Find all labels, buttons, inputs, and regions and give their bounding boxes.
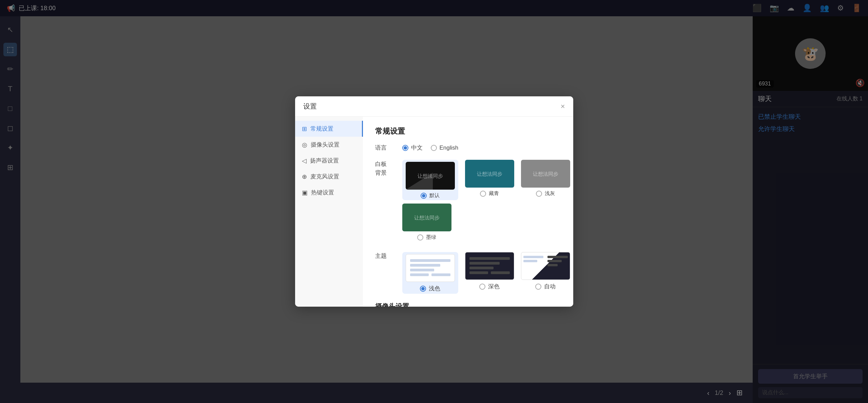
theme-option-auto[interactable]: 自动: [521, 252, 570, 294]
modal-body: ⊞ 常规设置 ◎ 摄像头设置 ◁ 扬声器设置 ⊕ 麦克风设置 ▣ 热键设置: [295, 117, 573, 307]
language-radio-group: 中文 English: [402, 144, 459, 152]
bg-radio-default: [421, 193, 427, 199]
bg-option-teal[interactable]: 让想法同步 藏青: [465, 160, 514, 200]
section-title: 常规设置: [375, 126, 561, 136]
bg-radio-teal: [480, 191, 486, 197]
sidebar-item-speaker[interactable]: ◁ 扬声器设置: [295, 153, 363, 169]
theme-radio-btn-dark: [479, 284, 485, 290]
bg-preview-green: 让想法同步: [402, 204, 451, 231]
sidebar-label-general: 常规设置: [310, 125, 333, 133]
bg-label-default: 默认: [421, 192, 440, 199]
theme-line-1: [410, 259, 450, 262]
bg-preview-teal: 让想法同步: [465, 160, 514, 188]
theme-radio-light: 浅色: [420, 285, 440, 292]
modal-header: 设置 ×: [295, 96, 573, 117]
bg-radio-lightgray: [536, 191, 542, 197]
language-en-radio[interactable]: [431, 145, 437, 151]
camera-section-title: 摄像头设置: [375, 302, 561, 307]
auto-line-1: [523, 256, 544, 258]
bg-label-teal: 藏青: [480, 190, 499, 197]
bg-radio-green: [417, 234, 423, 241]
whiteboard-bg-label: 白板 背景: [375, 160, 396, 177]
modal-overlay: 设置 × ⊞ 常规设置 ◎ 摄像头设置 ◁ 扬声器设置 ⊕: [0, 0, 868, 403]
theme-line-4a: [410, 273, 429, 276]
theme-options: 浅色: [402, 252, 570, 294]
bg-option-default[interactable]: 让想法同步 默认: [402, 160, 458, 200]
theme-option-dark[interactable]: 深色: [465, 252, 514, 294]
sidebar-label-camera: 摄像头设置: [311, 141, 340, 149]
bg-preview-lightgray: 让想法同步: [521, 160, 570, 188]
theme-radio-btn-auto: [535, 284, 541, 290]
theme-preview-dark: [465, 252, 514, 280]
microphone-icon: ⊕: [302, 173, 307, 180]
bg-label-green: 墨绿: [417, 234, 436, 241]
sidebar-item-general[interactable]: ⊞ 常规设置: [295, 121, 363, 137]
sidebar-item-camera[interactable]: ◎ 摄像头设置: [295, 137, 363, 153]
theme-radio-auto: 自动: [535, 283, 556, 290]
auto-line-5: [547, 264, 558, 266]
bg-preview-default: 让想法同步: [406, 162, 455, 190]
theme-line-d4b: [491, 271, 510, 274]
camera-icon: ◎: [302, 141, 307, 149]
modal-sidebar: ⊞ 常规设置 ◎ 摄像头设置 ◁ 扬声器设置 ⊕ 麦克风设置 ▣ 热键设置: [295, 117, 363, 307]
language-en-label: English: [440, 145, 459, 151]
theme-label-dark: 深色: [488, 283, 500, 290]
theme-line-2: [410, 264, 440, 267]
general-icon: ⊞: [302, 125, 307, 133]
auto-line-3: [547, 256, 568, 258]
settings-modal: 设置 × ⊞ 常规设置 ◎ 摄像头设置 ◁ 扬声器设置 ⊕: [295, 96, 573, 307]
theme-row: 主题: [375, 252, 561, 294]
language-en-option[interactable]: English: [431, 145, 459, 151]
auto-line-2: [523, 260, 538, 262]
theme-label-light: 浅色: [429, 285, 440, 292]
theme-lines-dark: [465, 252, 514, 279]
bg-label-lightgray: 浅灰: [536, 190, 555, 197]
bg-preview-default-text: 让想法同步: [418, 172, 443, 179]
theme-label-auto: 自动: [544, 283, 556, 290]
theme-radio-dark: 深色: [479, 283, 500, 290]
sidebar-label-speaker: 扬声器设置: [310, 157, 339, 165]
theme-option-light[interactable]: 浅色: [402, 252, 458, 294]
language-zh-label: 中文: [411, 144, 423, 152]
theme-line-pair-dark: [469, 271, 510, 274]
whiteboard-bg-row: 白板 背景 让想法同步 默认: [375, 160, 561, 244]
bg-preview-green-text: 让想法同步: [414, 214, 440, 221]
hotkeys-icon: ▣: [302, 189, 308, 196]
language-setting-row: 语言 中文 English: [375, 144, 561, 152]
theme-line-3: [410, 269, 434, 271]
theme-auto-right: [545, 252, 570, 280]
theme-preview-auto: [521, 252, 570, 280]
theme-line-d3: [469, 267, 494, 269]
theme-preview-light: [406, 254, 455, 282]
theme-line-d2: [469, 262, 500, 265]
bg-option-lightgray[interactable]: 让想法同步 浅灰: [521, 160, 570, 200]
theme-lines-light: [406, 254, 455, 281]
bg-row-2: 让想法同步 墨绿: [402, 204, 570, 241]
theme-line-d4a: [469, 271, 488, 274]
sidebar-label-hotkeys: 热键设置: [311, 189, 334, 196]
bg-label-green-text: 墨绿: [426, 234, 436, 241]
theme-line-pair: [410, 273, 450, 276]
modal-close-button[interactable]: ×: [561, 103, 565, 110]
language-label: 语言: [375, 144, 396, 152]
modal-title: 设置: [303, 102, 317, 111]
whiteboard-bg-options: 让想法同步 默认 让想法同步: [402, 160, 570, 244]
bg-preview-lightgray-text: 让想法同步: [533, 170, 558, 177]
bg-row-1: 让想法同步 默认 让想法同步: [402, 160, 570, 200]
bg-option-green[interactable]: 让想法同步 墨绿: [402, 204, 451, 241]
language-zh-radio[interactable]: [402, 145, 408, 151]
speaker-icon: ◁: [302, 157, 307, 165]
theme-line-4b: [431, 273, 450, 276]
language-zh-option[interactable]: 中文: [402, 144, 423, 152]
bg-label-lightgray-text: 浅灰: [545, 190, 555, 197]
sidebar-item-microphone[interactable]: ⊕ 麦克风设置: [295, 169, 363, 185]
theme-line-d1: [469, 257, 510, 260]
bg-label-default-text: 默认: [429, 192, 440, 199]
theme-auto-left: [521, 252, 546, 280]
sidebar-item-hotkeys[interactable]: ▣ 热键设置: [295, 185, 363, 200]
bg-preview-teal-text: 让想法同步: [477, 170, 502, 177]
modal-content: 常规设置 语言 中文 English: [363, 117, 573, 307]
theme-label: 主题: [375, 252, 396, 260]
theme-radio-btn-light: [420, 286, 426, 292]
sidebar-label-microphone: 麦克风设置: [310, 173, 339, 180]
